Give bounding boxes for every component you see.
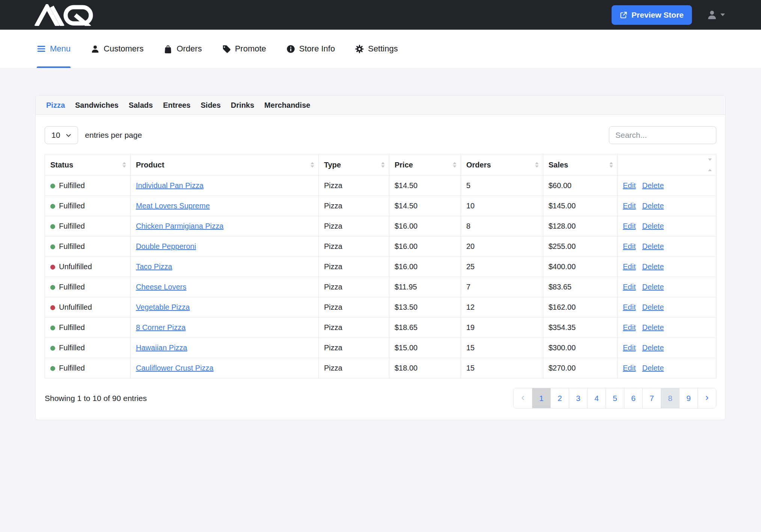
status-label: Unfulfilled xyxy=(59,303,92,311)
column-header-status[interactable]: Status xyxy=(45,154,131,176)
sort-icon xyxy=(310,162,314,168)
edit-link[interactable]: Edit xyxy=(623,202,636,210)
status-label: Fulfilled xyxy=(59,283,85,291)
edit-link[interactable]: Edit xyxy=(623,222,636,230)
product-link[interactable]: Meat Lovers Supreme xyxy=(136,202,210,210)
nav-item-promote[interactable]: Promote xyxy=(222,30,266,68)
table-row: FulfilledHawaiian PizzaPizza$15.0015$300… xyxy=(45,338,716,358)
tab-drinks[interactable]: Drinks xyxy=(231,101,254,110)
column-header-price[interactable]: Price xyxy=(389,154,461,176)
product-link[interactable]: Double Pepperoni xyxy=(136,242,196,250)
nav-item-settings[interactable]: Settings xyxy=(355,30,398,68)
delete-link[interactable]: Delete xyxy=(642,323,664,332)
type-cell: Pizza xyxy=(319,338,389,358)
column-header-orders[interactable]: Orders xyxy=(461,154,543,176)
tab-sandwiches[interactable]: Sandwiches xyxy=(75,101,119,110)
nav-item-orders[interactable]: Orders xyxy=(164,30,202,68)
product-link[interactable]: Individual Pan Pizza xyxy=(136,181,203,190)
edit-link[interactable]: Edit xyxy=(623,283,636,291)
page-button-2[interactable]: 2 xyxy=(550,388,569,408)
tag-icon xyxy=(222,45,231,53)
delete-link[interactable]: Delete xyxy=(642,181,664,190)
edit-link[interactable]: Edit xyxy=(623,181,636,190)
edit-link[interactable]: Edit xyxy=(623,242,636,250)
nav-item-menu[interactable]: Menu xyxy=(37,30,71,68)
delete-link[interactable]: Delete xyxy=(642,364,664,372)
entries-per-page-label: entries per page xyxy=(85,131,142,140)
tab-merchandise[interactable]: Merchandise xyxy=(264,101,310,110)
type-cell: Pizza xyxy=(319,297,389,318)
product-link[interactable]: Cheese Lovers xyxy=(136,283,187,291)
product-link[interactable]: Chicken Parmigiana Pizza xyxy=(136,222,223,230)
delete-link[interactable]: Delete xyxy=(642,303,664,311)
page-button-5[interactable]: 5 xyxy=(606,388,624,408)
status-dot xyxy=(50,244,55,249)
delete-link[interactable]: Delete xyxy=(642,202,664,210)
next-page-button[interactable]: › xyxy=(698,388,716,408)
page-button-9[interactable]: 9 xyxy=(679,388,698,408)
sort-icon xyxy=(609,162,613,168)
orders-cell: 7 xyxy=(461,277,543,297)
nav-item-label: Orders xyxy=(176,44,202,54)
preview-store-button[interactable]: Preview Store xyxy=(612,5,692,25)
entries-per-page: 10 entries per page xyxy=(45,126,142,144)
column-header-type[interactable]: Type xyxy=(319,154,389,176)
tab-entrees[interactable]: Entrees xyxy=(163,101,190,110)
table-row: FulfilledMeat Lovers SupremePizza$14.501… xyxy=(45,196,716,216)
column-header-sales[interactable]: Sales xyxy=(543,154,618,176)
price-cell: $11.95 xyxy=(389,277,461,297)
edit-link[interactable]: Edit xyxy=(623,364,636,372)
status-dot xyxy=(50,285,55,290)
product-link[interactable]: Hawaiian Pizza xyxy=(136,344,187,352)
sales-cell: $128.00 xyxy=(543,216,618,237)
delete-link[interactable]: Delete xyxy=(642,344,664,352)
tab-sides[interactable]: Sides xyxy=(201,101,221,110)
page-button-3[interactable]: 3 xyxy=(569,388,587,408)
page-button-7[interactable]: 7 xyxy=(642,388,661,408)
nav-item-store-info[interactable]: Store Info xyxy=(286,30,335,68)
price-cell: $14.50 xyxy=(389,196,461,216)
page-button-8[interactable]: 8 xyxy=(661,388,679,408)
delete-link[interactable]: Delete xyxy=(642,262,664,271)
showing-entries-text: Showing 1 to 10 of 90 entries xyxy=(45,394,147,403)
sort-icon xyxy=(535,162,539,168)
edit-link[interactable]: Edit xyxy=(623,323,636,332)
tab-pizza[interactable]: Pizza xyxy=(46,101,65,110)
status-cell: Fulfilled xyxy=(45,176,131,196)
price-cell: $13.50 xyxy=(389,297,461,318)
delete-link[interactable]: Delete xyxy=(642,283,664,291)
delete-link[interactable]: Delete xyxy=(642,242,664,250)
user-menu[interactable] xyxy=(707,10,725,20)
nav-item-customers[interactable]: Customers xyxy=(91,30,143,68)
page-button-4[interactable]: 4 xyxy=(587,388,606,408)
edit-link[interactable]: Edit xyxy=(623,262,636,271)
product-link[interactable]: Taco Pizza xyxy=(136,262,172,271)
edit-link[interactable]: Edit xyxy=(623,344,636,352)
column-header-actions[interactable] xyxy=(618,154,716,176)
page-button-6[interactable]: 6 xyxy=(624,388,642,408)
status-dot xyxy=(50,326,55,330)
edit-link[interactable]: Edit xyxy=(623,303,636,311)
delete-link[interactable]: Delete xyxy=(642,222,664,230)
sort-asc-icon xyxy=(122,162,126,164)
type-cell: Pizza xyxy=(319,176,389,196)
tab-salads[interactable]: Salads xyxy=(129,101,153,110)
sort-asc-icon xyxy=(453,162,457,164)
prev-page-button[interactable]: ‹ xyxy=(514,388,532,408)
actions-cell: EditDelete xyxy=(618,237,716,257)
nav-item-label: Promote xyxy=(235,44,266,54)
logo[interactable] xyxy=(34,4,94,26)
column-header-product[interactable]: Product xyxy=(131,154,319,176)
table-row: FulfilledChicken Parmigiana PizzaPizza$1… xyxy=(45,216,716,237)
status-cell: Fulfilled xyxy=(45,338,131,358)
entries-per-page-select[interactable]: 10 xyxy=(45,126,78,144)
orders-cell: 25 xyxy=(461,257,543,277)
hamburger-icon xyxy=(37,44,46,53)
search-input[interactable] xyxy=(609,126,716,144)
card-body: 10 entries per page StatusProductTypePri… xyxy=(36,115,725,420)
product-cell: Hawaiian Pizza xyxy=(131,338,319,358)
product-link[interactable]: Vegetable Pizza xyxy=(136,303,190,311)
product-link[interactable]: Cauliflower Crust Pizza xyxy=(136,364,214,372)
product-link[interactable]: 8 Corner Pizza xyxy=(136,323,185,332)
page-button-1[interactable]: 1 xyxy=(532,388,550,408)
